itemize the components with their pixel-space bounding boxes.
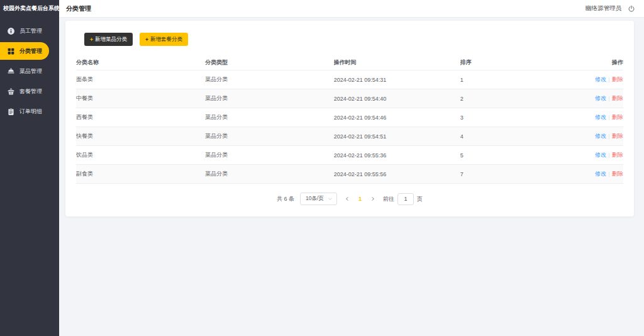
category-type-cell: 菜品分类: [205, 113, 333, 121]
current-page[interactable]: 1: [357, 196, 363, 202]
user-area: 幽络源管理员: [586, 4, 635, 13]
goto-page-input[interactable]: [397, 193, 414, 205]
actions-cell: 修改删除: [582, 94, 623, 103]
delete-link[interactable]: 删除: [612, 76, 623, 84]
toolbar: + 新增菜品分类 + 新增套餐分类: [84, 33, 623, 46]
add-dish-category-button[interactable]: + 新增菜品分类: [84, 33, 133, 46]
category-type-cell: 菜品分类: [205, 151, 333, 159]
power-icon[interactable]: [628, 5, 635, 13]
delete-link[interactable]: 删除: [612, 94, 623, 103]
action-divider: [609, 153, 609, 158]
actions-cell: 修改删除: [582, 151, 623, 159]
operate-time-cell: 2024-02-21 09:54:51: [334, 133, 460, 140]
page-title: 分类管理: [66, 4, 91, 13]
column-header-name: 分类名称: [76, 59, 205, 67]
sort-cell: 7: [460, 171, 582, 177]
actions-cell: 修改删除: [582, 76, 623, 84]
prev-page-icon[interactable]: [343, 193, 352, 205]
app-title: 校园外卖点餐后台系统: [0, 0, 59, 17]
table-row: 西餐类菜品分类2024-02-21 09:54:463修改删除: [76, 108, 623, 127]
table-row: 中餐类菜品分类2024-02-21 09:54:402修改删除: [76, 89, 623, 108]
add-setmeal-category-label: 新增套餐分类: [150, 36, 182, 43]
category-type-cell: 菜品分类: [205, 76, 333, 84]
action-divider: [609, 172, 609, 177]
edit-link[interactable]: 修改: [595, 151, 606, 159]
category-name-cell: 副食类: [76, 170, 205, 178]
sidebar-item-label: 分类管理: [19, 47, 42, 55]
category-type-cell: 菜品分类: [205, 132, 333, 140]
actions-cell: 修改删除: [582, 170, 623, 178]
sidebar-item-orders[interactable]: 订单明细: [0, 101, 59, 121]
column-header-sort: 排序: [460, 59, 582, 67]
add-setmeal-category-button[interactable]: + 新增套餐分类: [140, 33, 188, 46]
chevron-down-icon: [328, 196, 333, 201]
setmeal-basket-icon: [7, 87, 15, 96]
edit-link[interactable]: 修改: [595, 170, 606, 178]
add-dish-category-label: 新增菜品分类: [95, 36, 127, 43]
sidebar-item-label: 套餐管理: [19, 87, 42, 96]
table-header-row: 分类名称 分类类型 操作时间 排序 操作: [76, 55, 623, 70]
category-type-cell: 菜品分类: [205, 94, 333, 103]
sidebar: 校园外卖点餐后台系统 员工管理 分类管理 菜品管理 套餐管理: [0, 0, 59, 336]
edit-link[interactable]: 修改: [595, 94, 606, 103]
edit-link[interactable]: 修改: [595, 132, 606, 140]
edit-link[interactable]: 修改: [595, 113, 606, 121]
category-name-cell: 饮品类: [76, 151, 205, 159]
category-name-cell: 西餐类: [76, 113, 205, 121]
operate-time-cell: 2024-02-21 09:54:40: [334, 96, 460, 102]
user-info-icon: [7, 27, 15, 35]
goto-page: 前往 页: [383, 193, 423, 205]
column-header-time: 操作时间: [334, 59, 460, 67]
sidebar-item-label: 员工管理: [19, 27, 42, 35]
page-size-label: 10条/页: [306, 195, 324, 203]
delete-link[interactable]: 删除: [612, 132, 623, 140]
sidebar-item-setmeal[interactable]: 套餐管理: [0, 81, 59, 101]
category-name-cell: 面条类: [76, 76, 205, 84]
goto-label: 前往: [383, 195, 394, 203]
delete-link[interactable]: 删除: [612, 170, 623, 178]
sidebar-item-category[interactable]: 分类管理: [0, 42, 49, 60]
edit-link[interactable]: 修改: [595, 76, 606, 84]
column-header-type: 分类类型: [205, 59, 333, 67]
main-area: 分类管理 幽络源管理员 + 新增菜品分类 + 新增套餐分类 分: [59, 0, 644, 336]
page-unit-label: 页: [417, 195, 423, 203]
category-name-cell: 中餐类: [76, 94, 205, 103]
sidebar-item-employee[interactable]: 员工管理: [0, 21, 59, 41]
delete-link[interactable]: 删除: [612, 151, 623, 159]
order-clipboard-icon: [7, 108, 15, 116]
dish-cloche-icon: [7, 67, 15, 76]
table-row: 副食类菜品分类2024-02-21 09:55:567修改删除: [76, 165, 623, 184]
table-row: 饮品类菜品分类2024-02-21 09:55:365修改删除: [76, 146, 623, 165]
actions-cell: 修改删除: [582, 113, 623, 121]
category-table: 分类名称 分类类型 操作时间 排序 操作 面条类菜品分类2024-02-21 0…: [76, 55, 623, 184]
operate-time-cell: 2024-02-21 09:55:36: [334, 152, 460, 159]
username: 幽络源管理员: [586, 4, 621, 13]
topbar: 分类管理 幽络源管理员: [59, 0, 644, 17]
plus-icon: +: [145, 36, 148, 43]
table-row: 快餐类菜品分类2024-02-21 09:54:514修改删除: [76, 127, 623, 146]
content: + 新增菜品分类 + 新增套餐分类 分类名称 分类类型 操作时间 排序 操作 面…: [59, 17, 644, 336]
category-card: + 新增菜品分类 + 新增套餐分类 分类名称 分类类型 操作时间 排序 操作 面…: [65, 21, 634, 216]
total-count: 共 6 条: [277, 195, 294, 203]
page-size-select[interactable]: 10条/页: [300, 193, 337, 205]
sidebar-item-dish[interactable]: 菜品管理: [0, 61, 59, 81]
delete-link[interactable]: 删除: [612, 113, 623, 121]
sidebar-item-label: 订单明细: [19, 108, 42, 116]
pagination: 共 6 条 10条/页 1 前往 页: [76, 193, 623, 205]
sort-cell: 3: [460, 115, 582, 121]
sort-cell: 2: [460, 96, 582, 102]
sort-cell: 1: [460, 77, 582, 83]
action-divider: [609, 134, 609, 139]
actions-cell: 修改删除: [582, 132, 623, 140]
sidebar-nav: 员工管理 分类管理 菜品管理 套餐管理 订单明细: [0, 21, 59, 121]
action-divider: [609, 77, 609, 82]
table-body: 面条类菜品分类2024-02-21 09:54:311修改删除中餐类菜品分类20…: [76, 70, 623, 184]
category-grid-icon: [7, 47, 15, 55]
next-page-icon[interactable]: [369, 193, 377, 205]
category-type-cell: 菜品分类: [205, 170, 333, 178]
column-header-actions: 操作: [582, 59, 623, 67]
action-divider: [609, 96, 609, 101]
sort-cell: 5: [460, 152, 582, 159]
action-divider: [609, 115, 609, 120]
sort-cell: 4: [460, 133, 582, 140]
